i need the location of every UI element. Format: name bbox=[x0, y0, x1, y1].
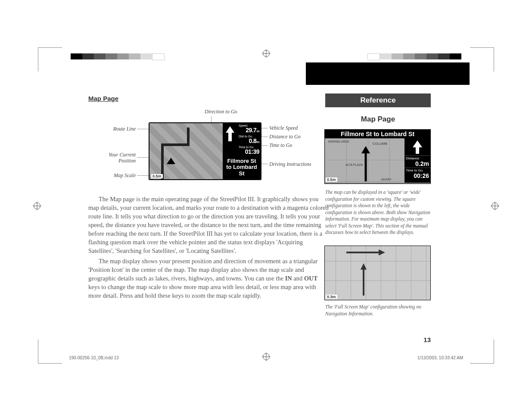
caption-1: The map can be displayed in a 'square' o… bbox=[325, 189, 431, 236]
paragraph-1: The Map page is the main operating page … bbox=[88, 195, 330, 255]
driving-instructions: Fillmore St to Lombard St bbox=[223, 156, 261, 179]
map-scale: 0.5m bbox=[326, 177, 337, 182]
svg-marker-2 bbox=[379, 249, 385, 255]
route-arrows-icon bbox=[325, 246, 430, 300]
footer-timestamp: 1/13/2003, 10:33:42 AM bbox=[417, 355, 463, 360]
distance-row: Distance 0.2m bbox=[404, 156, 430, 168]
screen-info-panel: Speed 29.7m Dist to Go 0.8m Time to Go 0… bbox=[223, 123, 261, 179]
caption-2: The 'Full Screen Map' configuration show… bbox=[325, 304, 431, 317]
callout-line bbox=[211, 116, 212, 123]
crop-mark bbox=[38, 339, 62, 364]
section-title: Map Page bbox=[88, 95, 330, 102]
direction-arrow-icon bbox=[224, 124, 236, 145]
time-box: Time to Go 01:39 bbox=[237, 145, 261, 156]
label-dist: Distance to Go bbox=[269, 134, 301, 140]
reference-title: Reference bbox=[325, 93, 431, 107]
main-column: Map Page Direction to Go Route Line Your… bbox=[62, 62, 342, 349]
map-scale: 0.3m bbox=[326, 295, 337, 299]
header-black-bar bbox=[306, 62, 470, 85]
label-speed: Vehicle Speed bbox=[269, 125, 298, 131]
label-direction: Direction to Go bbox=[205, 109, 237, 115]
route-line-icon bbox=[149, 123, 223, 179]
sidebar-page-title: Map Page bbox=[325, 115, 431, 124]
map-area: COLUMB MARINA GREE ALTA PLAZA GEARY 0.5m bbox=[325, 138, 404, 183]
dist-box: Dist to Go 0.8m bbox=[237, 134, 261, 145]
info-panel: Distance 0.2m Time to Go 00:26 bbox=[404, 138, 430, 183]
direction-arrow-icon bbox=[404, 138, 430, 156]
svg-marker-3 bbox=[361, 263, 367, 270]
device-screen: 0.5m Speed 29.7m Dist to Go 0.8m bbox=[149, 122, 261, 180]
time-row: Time to Go 00:26 bbox=[404, 168, 430, 180]
sidebar-column: Reference Map Page Fillmore St to Lombar… bbox=[342, 62, 470, 349]
map-area: 0.3m bbox=[325, 246, 430, 300]
body-text: The Map page is the main operating page … bbox=[88, 195, 330, 300]
label-time: Time to Go bbox=[269, 142, 292, 149]
registration-mark-icon bbox=[34, 202, 40, 209]
label-instr: Driving Instructions bbox=[269, 161, 311, 168]
map-area: 0.5m bbox=[149, 123, 223, 179]
label-position-1: Your Current bbox=[88, 152, 136, 158]
speed-box: Speed 29.7m bbox=[237, 123, 261, 134]
label-scale: Map Scale bbox=[88, 172, 136, 179]
svg-marker-0 bbox=[167, 158, 175, 164]
sidebar-screen-full: 0.3m bbox=[324, 246, 431, 300]
page-number: 13 bbox=[423, 336, 431, 343]
svg-marker-1 bbox=[361, 146, 370, 153]
footer-file: 190-00256-10_0B.indd 13 bbox=[69, 355, 119, 360]
label-route: Route Line bbox=[88, 126, 136, 132]
map-scale: 0.5m bbox=[151, 174, 163, 178]
label-position-2: Position bbox=[88, 158, 136, 164]
route-arrow-icon bbox=[325, 138, 404, 183]
footer: 190-00256-10_0B.indd 13 1/13/2003, 10:33… bbox=[69, 355, 463, 360]
sidebar-screen-wide: Fillmore St to Lombard St COLUMB MARINA … bbox=[324, 129, 431, 184]
paragraph-2: The map display shows your present posit… bbox=[88, 257, 330, 300]
page-content: Map Page Direction to Go Route Line Your… bbox=[62, 62, 470, 349]
crop-mark bbox=[38, 47, 62, 72]
map-page-diagram: Direction to Go Route Line Your Current … bbox=[88, 109, 330, 184]
registration-mark-icon bbox=[492, 202, 498, 209]
screen-title: Fillmore St to Lombard St bbox=[325, 130, 430, 138]
color-bar bbox=[367, 53, 461, 60]
crop-mark bbox=[470, 339, 494, 364]
color-bar bbox=[71, 53, 165, 60]
registration-mark-icon bbox=[263, 50, 270, 57]
crop-mark bbox=[470, 47, 494, 72]
